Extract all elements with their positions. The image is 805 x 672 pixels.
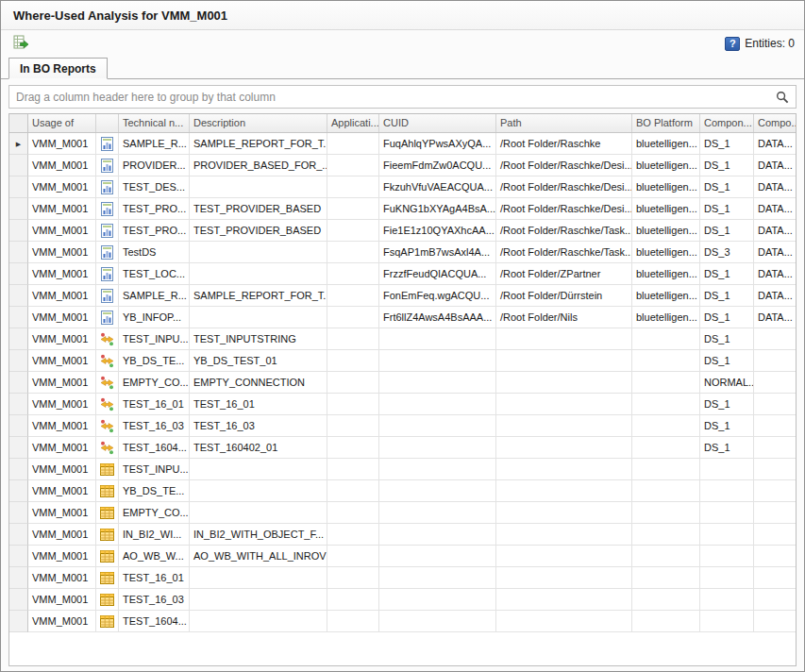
- cell-component: DS_1: [700, 328, 754, 350]
- table-row[interactable]: VMM_M001AO_WB_W...AO_WB_WITH_ALL_INROV: [9, 546, 796, 567]
- row-indicator: [9, 198, 28, 220]
- report-icon: [96, 242, 119, 263]
- cell-component: [700, 546, 754, 567]
- table-row[interactable]: VMM_M001YB_DS_TE...YB_DS_TEST_01DS_1: [9, 350, 796, 372]
- row-indicator: [9, 589, 28, 611]
- table-row[interactable]: ▶VMM_M001SAMPLE_R...SAMPLE_REPORT_FOR_T.…: [9, 133, 796, 155]
- report-icon: [96, 285, 119, 307]
- table-row[interactable]: VMM_M001TEST_PRO...TEST_PROVIDER_BASEDFi…: [9, 220, 796, 242]
- row-indicator: [9, 155, 28, 176]
- cell-path: [496, 480, 632, 502]
- table-row[interactable]: VMM_M001TestDSFsqAP1mB7wsAxl4A.../Root F…: [9, 242, 796, 263]
- table-row[interactable]: VMM_M001YB_DS_TE...: [9, 480, 796, 502]
- tab-in-bo-reports[interactable]: In BO Reports: [8, 58, 108, 79]
- cell-usage: VMM_M001: [28, 611, 96, 632]
- cell-technical: TEST_16_01: [119, 394, 190, 415]
- row-indicator: [9, 394, 28, 415]
- column-header-path[interactable]: Path: [496, 114, 632, 132]
- table-row[interactable]: VMM_M001TEST_16_01TEST_16_01DS_1: [9, 394, 796, 415]
- cell-component: DS_1: [700, 155, 754, 176]
- search-icon[interactable]: [776, 91, 789, 104]
- cell-description: [190, 611, 327, 632]
- table-row[interactable]: VMM_M001TEST_16_03: [9, 589, 796, 611]
- column-header-usage[interactable]: Usage of: [28, 114, 96, 132]
- table-row[interactable]: VMM_M001TEST_16_01: [9, 567, 796, 589]
- cell-technical: IN_BI2_WI...: [119, 524, 190, 546]
- group-by-panel[interactable]: Drag a column header here to group by th…: [8, 85, 797, 109]
- cell-platform: [632, 546, 700, 567]
- cell-component2: DATA...: [754, 242, 796, 263]
- cell-cuid: [379, 546, 496, 567]
- table-row[interactable]: VMM_M001TEST_1604...: [9, 611, 796, 632]
- cell-description: TEST_PROVIDER_BASED: [190, 220, 327, 242]
- cell-platform: bluetelligen...: [632, 285, 700, 307]
- column-header-icon[interactable]: [96, 114, 119, 132]
- table-row[interactable]: VMM_M001TEST_INPU...: [9, 459, 796, 480]
- table-row[interactable]: VMM_M001TEST_16_03TEST_16_03DS_1: [9, 415, 796, 437]
- cell-cuid: FuqAhlqYPwsAXyQA...: [379, 133, 496, 155]
- cell-component: DS_1: [700, 176, 754, 198]
- cell-component2: [754, 546, 796, 567]
- cell-path: [496, 524, 632, 546]
- column-header-application[interactable]: Applicati...: [327, 114, 379, 132]
- table-row[interactable]: VMM_M001TEST_1604...TEST_160402_01DS_1: [9, 437, 796, 459]
- table-row[interactable]: VMM_M001PROVIDER...PROVIDER_BASED_FOR_..…: [9, 155, 796, 176]
- table-row[interactable]: VMM_M001IN_BI2_WI...IN_BI2_WITH_OBJECT_F…: [9, 524, 796, 546]
- cell-component2: DATA...: [754, 176, 796, 198]
- cell-usage: VMM_M001: [28, 133, 96, 155]
- table-row[interactable]: VMM_M001TEST_INPU...TEST_INPUTSTRINGDS_1: [9, 328, 796, 350]
- column-header-cuid[interactable]: CUID: [379, 114, 496, 132]
- column-header-technical[interactable]: Technical n...: [119, 114, 190, 132]
- cell-description: [190, 502, 327, 524]
- table-row[interactable]: VMM_M001SAMPLE_R...SAMPLE_REPORT_FOR_T..…: [9, 285, 796, 307]
- cell-path: [496, 328, 632, 350]
- cell-component: [700, 589, 754, 611]
- column-header-platform[interactable]: BO Platform: [632, 114, 700, 132]
- export-to-excel-button[interactable]: [10, 33, 31, 54]
- column-header-component[interactable]: Compon...: [700, 114, 754, 132]
- cell-application: [327, 176, 379, 198]
- table-row[interactable]: VMM_M001TEST_LOC...FrzzfFeudQIACQUA.../R…: [9, 263, 796, 285]
- cell-usage: VMM_M001: [28, 350, 96, 372]
- row-indicator: [9, 372, 28, 394]
- cell-platform: [632, 459, 700, 480]
- row-indicator: [9, 328, 28, 350]
- table-row[interactable]: VMM_M001YB_INFOP...Frt6llZ4AwsA4BsAAA...…: [9, 307, 796, 328]
- cell-component: [700, 611, 754, 632]
- report-icon: [96, 198, 119, 220]
- cell-description: SAMPLE_REPORT_FOR_T...: [190, 133, 327, 155]
- column-header-description[interactable]: Description: [190, 114, 327, 132]
- cell-platform: [632, 480, 700, 502]
- cell-platform: [632, 394, 700, 415]
- cell-description: AO_WB_WITH_ALL_INROV: [190, 546, 327, 567]
- cell-technical: EMPTY_CO...: [119, 372, 190, 394]
- row-indicator: ▶: [9, 133, 28, 155]
- cell-path: [496, 589, 632, 611]
- cell-path: /Root Folder/Raschke/Desi...: [496, 176, 632, 198]
- column-header-component2[interactable]: Compo...: [754, 114, 797, 132]
- tab-label: In BO Reports: [20, 62, 96, 76]
- table-row[interactable]: VMM_M001EMPTY_CO...EMPTY_CONNECTIONNORMA…: [9, 372, 796, 394]
- connection-icon: [96, 372, 119, 394]
- help-icon[interactable]: ?: [725, 37, 740, 51]
- cell-technical: TEST_1604...: [119, 437, 190, 459]
- table-row[interactable]: VMM_M001TEST_DES...FkzuhVfuVAEACQUA.../R…: [9, 176, 796, 198]
- cell-path: [496, 502, 632, 524]
- table-row[interactable]: VMM_M001TEST_PRO...TEST_PROVIDER_BASEDFu…: [9, 198, 796, 220]
- cell-component2: [754, 502, 796, 524]
- cell-cuid: FuKNG1bXYAgA4BsA...: [379, 198, 496, 220]
- report-icon: [96, 176, 119, 198]
- cell-cuid: FkzuhVfuVAEACQUA...: [379, 176, 496, 198]
- cell-platform: bluetelligen...: [632, 155, 700, 176]
- cell-cuid: [379, 502, 496, 524]
- cell-description: TEST_INPUTSTRING: [190, 328, 327, 350]
- tab-strip: In BO Reports: [1, 57, 804, 79]
- cell-application: [327, 459, 379, 480]
- cell-cuid: [379, 350, 496, 372]
- cell-technical: SAMPLE_R...: [119, 285, 190, 307]
- cell-application: [327, 502, 379, 524]
- cell-technical: TEST_PRO...: [119, 198, 190, 220]
- table-row[interactable]: VMM_M001EMPTY_CO...: [9, 502, 796, 524]
- cell-platform: [632, 415, 700, 437]
- cell-component2: DATA...: [754, 263, 796, 285]
